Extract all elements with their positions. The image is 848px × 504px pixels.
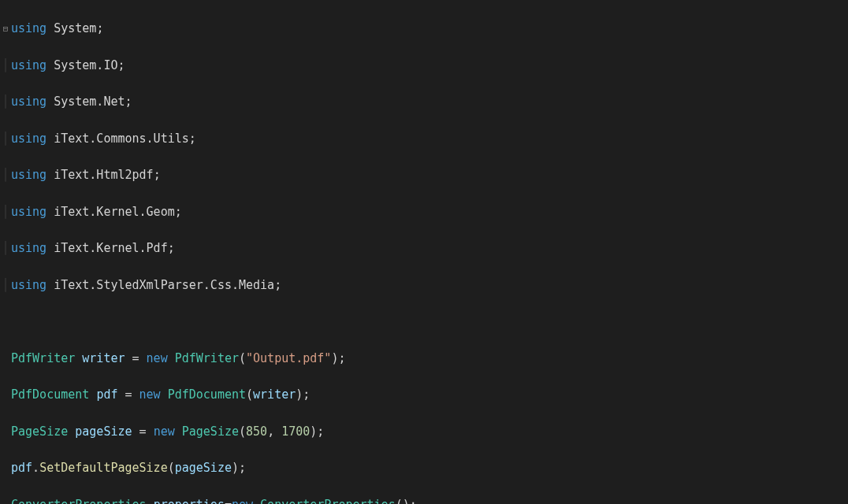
type-pdfwriter: PdfWriter [11, 351, 75, 365]
namespace: System [54, 21, 96, 35]
code-editor[interactable]: ⊟using System; │using System.IO; │using … [0, 0, 848, 504]
fold-toggle[interactable]: ⊟ [0, 20, 11, 38]
keyword-using: using [11, 21, 46, 35]
